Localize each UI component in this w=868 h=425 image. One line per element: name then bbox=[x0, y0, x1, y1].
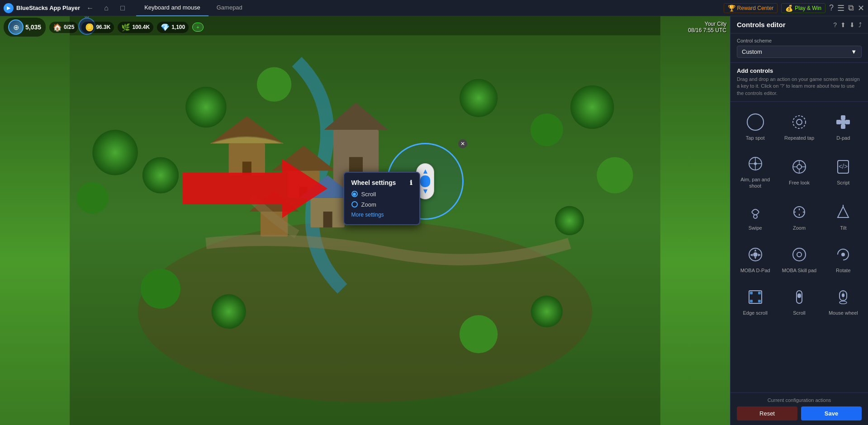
controls-row-2: Aim, pan and shoot bbox=[733, 149, 865, 194]
play-icon: 💰 bbox=[785, 5, 793, 12]
tab-gamepad[interactable]: Gamepad bbox=[209, 0, 251, 16]
scroll-radio-fill bbox=[353, 193, 356, 196]
export-icon[interactable]: ⬇ bbox=[849, 21, 855, 28]
svg-rect-76 bbox=[750, 300, 753, 302]
add-controls-section: Add controls Drag and drop an action on … bbox=[730, 63, 868, 102]
repeated-tap-label: Repeated tap bbox=[784, 135, 814, 141]
gem-value: 1,100 bbox=[171, 24, 185, 30]
control-dpad[interactable]: D-pad bbox=[821, 106, 865, 147]
dpad-label: D-pad bbox=[836, 135, 850, 141]
control-zoom[interactable]: Zoom bbox=[777, 196, 821, 237]
svg-point-38 bbox=[797, 119, 802, 125]
resource2-icon: 🌿 bbox=[121, 23, 130, 32]
help-button[interactable]: ? bbox=[829, 3, 834, 13]
svg-point-36 bbox=[747, 114, 764, 130]
import-icon[interactable]: ⬆ bbox=[840, 21, 846, 28]
svg-marker-62 bbox=[838, 207, 849, 217]
rotate-icon bbox=[833, 245, 853, 264]
gem-icon: 💎 bbox=[161, 23, 170, 32]
windows-button[interactable]: □ bbox=[116, 2, 129, 14]
scroll-label: Scroll bbox=[793, 310, 806, 316]
zoom-option[interactable]: Zoom bbox=[351, 201, 412, 208]
scroll-option[interactable]: Scroll bbox=[351, 191, 412, 198]
control-tap-spot[interactable]: Tap spot bbox=[733, 106, 777, 147]
control-mouse-wheel[interactable]: Mouse wheel bbox=[821, 281, 865, 322]
svg-point-13 bbox=[211, 294, 246, 329]
svg-point-11 bbox=[555, 206, 584, 235]
edge-scroll-label: Edge scroll bbox=[743, 310, 767, 316]
svg-rect-77 bbox=[758, 300, 761, 302]
zoom-control-icon bbox=[789, 202, 809, 222]
mouse-wheel-icon bbox=[833, 287, 853, 307]
script-icon: </> bbox=[833, 157, 853, 177]
help-icon[interactable]: ? bbox=[833, 21, 837, 28]
share-icon[interactable]: ⤴ bbox=[859, 21, 862, 28]
scroll-radio[interactable] bbox=[351, 191, 358, 197]
hud-boost[interactable]: + bbox=[192, 23, 203, 32]
app-logo: ▶ BlueStacks App Player bbox=[4, 3, 80, 13]
play-win-button[interactable]: 💰 Play & Win bbox=[781, 3, 825, 13]
resource2-value: 100.4K bbox=[132, 24, 150, 30]
add-controls-title: Add controls bbox=[737, 67, 862, 74]
reward-center-button[interactable]: 🏆 Reward Center bbox=[724, 3, 778, 13]
close-window-button[interactable]: ✕ bbox=[858, 3, 864, 13]
svg-point-49 bbox=[797, 165, 802, 169]
control-rotate[interactable]: Rotate bbox=[821, 239, 865, 279]
aim-pan-shoot-label: Aim, pan and shoot bbox=[735, 176, 775, 189]
save-button[interactable]: Save bbox=[801, 406, 862, 420]
control-tilt[interactable]: Tilt bbox=[821, 196, 865, 237]
city-label: Your City bbox=[688, 21, 726, 27]
controls-title: Controls editor bbox=[737, 21, 786, 28]
svg-point-9 bbox=[570, 85, 614, 129]
restore-button[interactable]: ⧉ bbox=[848, 3, 854, 13]
svg-rect-18 bbox=[242, 161, 251, 175]
control-repeated-tap[interactable]: Repeated tap bbox=[777, 106, 821, 147]
svg-text:</>: </> bbox=[839, 163, 848, 170]
scheme-section: Control scheme Custom ▼ bbox=[730, 33, 868, 63]
control-aim-pan-shoot[interactable]: Aim, pan and shoot bbox=[733, 149, 777, 194]
menu-button[interactable]: ☰ bbox=[837, 3, 844, 13]
control-script[interactable]: </> Script bbox=[821, 149, 865, 194]
control-scroll[interactable]: Scroll bbox=[777, 281, 821, 322]
zoom-radio[interactable] bbox=[351, 201, 358, 208]
svg-point-37 bbox=[793, 116, 806, 128]
control-swipe[interactable]: Swipe bbox=[733, 196, 777, 237]
tab-keyboard-mouse[interactable]: Keyboard and mouse bbox=[136, 0, 209, 16]
home-button[interactable]: ⌂ bbox=[100, 2, 113, 14]
svg-rect-40 bbox=[841, 124, 845, 129]
svg-point-10 bbox=[597, 157, 633, 193]
aim-icon bbox=[745, 154, 765, 174]
control-edge-scroll[interactable]: Edge scroll bbox=[733, 281, 777, 322]
svg-point-71 bbox=[797, 252, 802, 257]
wheel-info-icon[interactable]: ℹ bbox=[410, 179, 412, 186]
moba-skill-icon bbox=[789, 245, 809, 264]
svg-point-6 bbox=[257, 67, 291, 101]
control-moba-skill[interactable]: MOBA Skill pad bbox=[777, 239, 821, 279]
controls-row-5: Edge scroll Scroll bbox=[733, 281, 865, 322]
app-name: BlueStacks App Player bbox=[16, 5, 80, 11]
zoom-label: Zoom bbox=[361, 201, 376, 208]
scroll-icon bbox=[789, 287, 809, 307]
actions-footer: Current configuration actions Reset Save bbox=[730, 392, 868, 425]
controls-row-4: ▲ ▼ ◀ ▶ MOBA D-Pad bbox=[733, 239, 865, 279]
hud-gold: 🪙 96.3K bbox=[81, 22, 114, 33]
svg-point-7 bbox=[460, 79, 498, 117]
more-settings-link[interactable]: More settings bbox=[351, 212, 412, 218]
score-value: 5,035 bbox=[25, 24, 41, 31]
reset-button[interactable]: Reset bbox=[737, 406, 797, 420]
chevron-down-icon: ▼ bbox=[851, 48, 857, 55]
control-free-look[interactable]: Free look bbox=[777, 149, 821, 194]
scheme-select[interactable]: Custom ▼ bbox=[737, 46, 862, 58]
back-button[interactable]: ← bbox=[84, 2, 96, 14]
control-moba-dpad[interactable]: ▲ ▼ ◀ ▶ MOBA D-Pad bbox=[733, 239, 777, 279]
gold-icon: 🪙 bbox=[85, 23, 94, 32]
repeated-tap-icon bbox=[789, 112, 809, 132]
tilt-icon bbox=[833, 202, 853, 222]
scheme-value: Custom bbox=[742, 48, 762, 55]
swipe-label: Swipe bbox=[749, 225, 762, 231]
svg-point-72 bbox=[841, 253, 845, 256]
svg-point-83 bbox=[840, 301, 847, 304]
svg-rect-43 bbox=[841, 120, 845, 124]
svg-point-4 bbox=[76, 182, 108, 214]
house-icon: 🏠 bbox=[53, 23, 62, 32]
